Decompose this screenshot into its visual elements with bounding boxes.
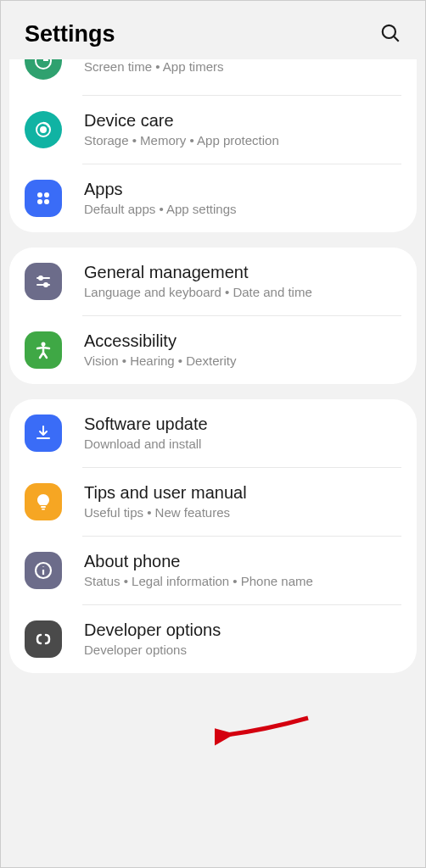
item-title: General management [84, 263, 400, 282]
item-title: Developer options [84, 620, 400, 640]
svg-point-5 [37, 192, 42, 198]
svg-point-6 [44, 192, 49, 198]
svg-point-8 [44, 199, 49, 204]
settings-item-accessibility[interactable]: Accessibility Vision • Hearing • Dexteri… [9, 316, 417, 384]
settings-item-apps[interactable]: Apps Default apps • App settings [9, 164, 417, 232]
item-sub: Useful tips • New features [84, 505, 400, 520]
item-sub: Download and install [84, 437, 400, 451]
general-icon [25, 263, 62, 300]
settings-item-general-management[interactable]: General management Language and keyboard… [9, 248, 417, 315]
settings-item-tips[interactable]: Tips and user manual Useful tips • New f… [9, 468, 417, 536]
item-title: Accessibility [84, 331, 400, 351]
settings-item-software-update[interactable]: Software update Download and install [9, 399, 417, 467]
settings-header: Settings [9, 1, 417, 59]
item-title: Tips and user manual [84, 483, 400, 503]
about-icon [25, 552, 62, 589]
settings-group-device: Screen time • App timers Device care Sto… [9, 59, 417, 232]
developer-icon [25, 620, 62, 658]
accessibility-icon [25, 331, 62, 369]
settings-item-developer-options[interactable]: Developer options Developer options [9, 605, 417, 673]
svg-rect-15 [42, 509, 45, 510]
item-sub: Vision • Hearing • Dexterity [84, 353, 400, 368]
apps-icon [25, 180, 62, 217]
svg-rect-14 [41, 506, 46, 508]
item-title: About phone [84, 552, 400, 571]
item-title: Device care [84, 111, 400, 131]
item-sub: Developer options [84, 643, 400, 657]
svg-point-4 [41, 127, 46, 132]
item-sub: Storage • Memory • App protection [84, 133, 400, 147]
devicecare-icon [25, 111, 62, 148]
item-title: Apps [84, 180, 400, 199]
svg-line-1 [394, 36, 398, 41]
item-sub: Screen time • App timers [84, 59, 400, 74]
tips-icon [25, 483, 62, 520]
item-sub: Default apps • App settings [84, 202, 400, 216]
page-title: Settings [25, 21, 115, 47]
settings-group-system: General management Language and keyboard… [9, 248, 417, 384]
update-icon [25, 415, 62, 452]
settings-item-about-phone[interactable]: About phone Status • Legal information •… [9, 537, 417, 604]
item-sub: Language and keyboard • Date and time [84, 285, 400, 299]
svg-point-0 [383, 25, 395, 37]
svg-point-12 [44, 283, 48, 287]
settings-group-about: Software update Download and install Tip… [9, 399, 417, 673]
svg-point-10 [39, 276, 42, 280]
search-icon[interactable] [379, 22, 401, 47]
item-sub: Status • Legal information • Phone name [84, 574, 400, 588]
item-title: Software update [84, 415, 400, 434]
settings-item-device-care[interactable]: Device care Storage • Memory • App prote… [9, 96, 417, 164]
svg-point-7 [37, 199, 42, 204]
settings-item-digital-wellbeing[interactable]: Screen time • App timers [9, 59, 417, 95]
wellbeing-icon [25, 59, 62, 80]
